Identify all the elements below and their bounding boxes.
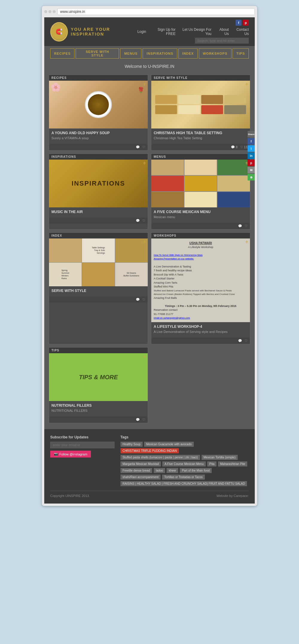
share-email-btn[interactable]: ✉ (248, 167, 255, 173)
menus-image[interactable] (151, 160, 250, 207)
tips-corner-icon: ⚜ (143, 354, 147, 359)
tag-item[interactable]: Maharashtrian Pite (218, 461, 247, 466)
nav-login[interactable]: Login (137, 30, 146, 34)
index-comment-icon[interactable]: 💬 (136, 298, 140, 302)
serve-stat-icon: 💬 8 (231, 145, 238, 149)
workshops-corner-icon: ⚜ (245, 240, 249, 244)
nav-about[interactable]: About Us (216, 27, 229, 36)
tag-item[interactable]: kheer (167, 468, 178, 473)
nav-design[interactable]: Let Us Design For You (180, 27, 211, 36)
menus-like-icon[interactable]: ♡ (245, 224, 248, 228)
menu-cell-8 (184, 192, 217, 207)
workshop-line9: Stuffed and Baked Lumaconi Pasta served … (154, 289, 248, 293)
nav-serve-with-style[interactable]: SERVE WITH STYLE (76, 48, 119, 59)
logo-area: 🧲 YOU ARE YOUR INSPIRATION (50, 22, 137, 42)
search-input[interactable] (195, 38, 249, 44)
copyright-text: Copyright UINSPIRE 2013. (50, 494, 90, 498)
share-linkedin-btn[interactable]: in (248, 152, 255, 159)
serve-with-style-image[interactable] (151, 81, 250, 129)
instagram-follow-btn[interactable]: 📷 Follow @instagram (50, 451, 91, 458)
tips-body: NUTRITIONAL FILLERS NUTRITIONAL FILLERS (49, 401, 148, 417)
inspirations-title[interactable]: Music in the air (51, 210, 145, 214)
tag-item[interactable]: shahi/Rani accompaniment (120, 475, 161, 480)
menu-cell-1 (151, 160, 184, 175)
inspirations-card: INSPIRATIONS INSPIRATIONS ⚜ Music in the… (49, 154, 148, 230)
recipes-footer: 💬 ♡ (49, 144, 148, 150)
tips-image[interactable]: TIPS & MORE (49, 353, 148, 401)
serve-with-style-title[interactable]: CHRISTMAS HIGH TEA TABLE SETTING (154, 131, 248, 135)
workshops-image-wrap: USHA PATWARI A Lifestyle Workshop How To… (151, 238, 250, 322)
recipes-comment-icon[interactable]: 💬 (136, 145, 140, 149)
tips-image-wrap: TIPS & MORE ⚜ (49, 353, 148, 401)
recipes-image[interactable]: 🌸 🌹 (49, 81, 148, 129)
workshops-image[interactable]: USHA PATWARI A Lifestyle Workshop How To… (151, 238, 250, 322)
index-label: INDEX (49, 233, 148, 238)
nav-menus[interactable]: MENUS (120, 48, 141, 59)
workshops-comment-icon[interactable]: 💬 (238, 339, 242, 343)
serve-like-icon[interactable]: ♡ 11 (240, 145, 248, 149)
subscribe-email-input[interactable] (50, 442, 115, 448)
menus-title[interactable]: A FIVE COURSE MEXICAN MENU (154, 210, 248, 214)
tag-item[interactable]: Mexican Guacamole with avocado (144, 442, 194, 447)
pinterest-icon[interactable]: p (243, 20, 249, 26)
recipes-like-icon[interactable]: ♡ (142, 145, 145, 149)
inspirations-comment-icon[interactable]: 💬 (136, 219, 140, 223)
logo-horseshoe: 🧲 (51, 24, 66, 39)
inspirations-like-icon[interactable]: ♡ (142, 219, 145, 223)
tips-title[interactable]: NUTRITIONAL FILLERS (51, 403, 145, 408)
tag-item[interactable]: Pita (207, 461, 216, 466)
index-image[interactable]: Table SettingsTray & SoloServings Spring… (49, 238, 148, 286)
tips-comment-icon[interactable]: 💬 (136, 418, 140, 422)
workshop-phone: 91-77698 21177 (154, 312, 248, 316)
menus-comment-icon[interactable]: 💬 (238, 224, 242, 228)
nav-tips[interactable]: TIPS (233, 48, 249, 59)
menu-cell-4 (151, 176, 184, 191)
workshops-title[interactable]: A LIFESTYLE WORKSHOP-4 (154, 325, 248, 329)
tag-item[interactable]: CHRISTMAS TRIFLE PUDDING INDIAN (120, 448, 179, 453)
tag-item[interactable]: A Five Course Mexican Menu (162, 461, 206, 466)
workshop-email[interactable]: email on usharaspire@yahoo.com (154, 316, 248, 320)
index-like-icon[interactable]: ♡ (142, 298, 145, 302)
tag-item[interactable]: Freettle dense bread (120, 468, 152, 473)
nav-recipes[interactable]: RECIPES (50, 48, 74, 59)
workshops-like-icon[interactable]: ♡ (245, 339, 248, 343)
index-card: INDEX Table SettingsTray & SoloServings … (49, 232, 148, 344)
share-general-btn[interactable]: ⊕ (248, 174, 255, 180)
nav-inspirations[interactable]: INSPIRATIONS (143, 48, 177, 59)
workshops-footer: 💬 ♡ (151, 338, 250, 344)
tips-like-icon[interactable]: ♡ (142, 418, 145, 422)
workshop-person-name: USHA PATWARI (154, 241, 248, 245)
tag-item[interactable]: Stuffed pasta shells (lumaconi | pasta |… (120, 455, 200, 460)
tag-item[interactable]: ladoo (154, 468, 165, 473)
tag-item[interactable]: Margarita Mexican Mocktail (120, 461, 161, 466)
browser-dot-1 (44, 10, 47, 13)
share-facebook-btn[interactable]: f (248, 138, 255, 145)
tag-item[interactable]: Mexican Tortilla (simple) (202, 455, 238, 460)
workshops-body: A LIFESTYLE WORKSHOP-4 A Live Demonstrat… (151, 322, 250, 338)
recipes-title[interactable]: A YOUNG AND OLD HAPPY SOUP (51, 131, 145, 135)
content-grid: RECIPES 🌸 🌹 ⚜ (44, 72, 255, 426)
index-title[interactable]: SERVE WITH STYLE (51, 289, 145, 293)
tag-item[interactable]: Healthy Soup (120, 442, 143, 447)
menu-cell-9 (217, 192, 250, 207)
workshops-label: WORKSHOPS (151, 233, 250, 238)
instagram-btn-label: Follow @instagram (59, 452, 87, 456)
share-pinterest-btn[interactable]: p (248, 160, 255, 166)
nav-index[interactable]: INDEX (179, 48, 198, 59)
facebook-icon[interactable]: f (236, 20, 242, 26)
nav-contact[interactable]: Contact Us (233, 27, 249, 36)
share-label: Share (248, 131, 255, 137)
tag-item[interactable]: Part of the Main food (180, 468, 212, 473)
browser-url[interactable] (57, 8, 255, 15)
share-sidebar: Share f t in p ✉ ⊕ (248, 131, 255, 180)
nav-signup[interactable]: Sign Up for FREE (151, 27, 176, 36)
inspirations-image[interactable]: INSPIRATIONS (49, 160, 148, 207)
nav-workshops[interactable]: WORKSHOPS (199, 48, 231, 59)
workshop-line1[interactable]: How To Serve With Style on Shimmering Ma… (154, 253, 248, 257)
tag-item[interactable]: RAISINS | HEALTHY SALAD | FRESH AND CRUN… (120, 481, 247, 486)
share-twitter-btn[interactable]: t (248, 145, 255, 152)
index-footer: 💬 ♡ (49, 296, 148, 303)
browser-dot-3 (53, 10, 56, 13)
tag-item[interactable]: Tortillas or Tostadas or Tacos (162, 475, 205, 480)
workshop-line7: Amazing Corn Tarts (154, 281, 248, 285)
